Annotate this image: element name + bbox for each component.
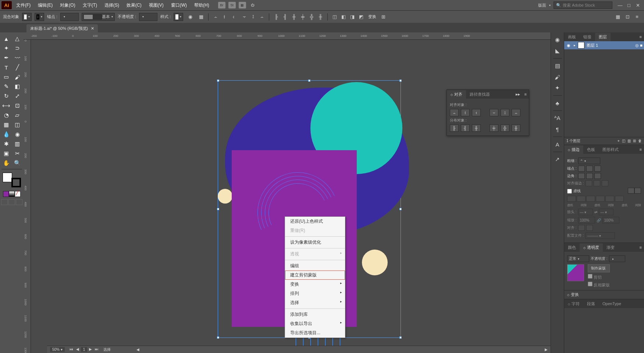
cm-group[interactable]: 编组 [285,261,345,271]
menu-help[interactable]: 帮助(H) [191,1,212,10]
mesh-tool[interactable]: ▦ [1,120,12,130]
locate-layer-icon[interactable]: ⌖ [618,139,620,143]
search-stock-input[interactable]: 🔍 搜索 Adobe Stock [554,1,612,9]
selection-tool[interactable]: ▲ [1,34,12,43]
delete-layer-icon[interactable]: 🗑 [638,139,642,143]
cm-add-to-library[interactable]: 添加到库 [285,310,345,319]
type-icon[interactable]: A [552,139,563,149]
cap-round-icon[interactable] [586,166,593,172]
none-swatch-icon[interactable]: ╱ [15,191,21,197]
pf-1-icon[interactable]: ◫ [331,13,339,21]
cm-make-clipping-mask[interactable]: 建立剪切蒙版 [285,271,345,280]
layer-name[interactable]: 图层 1 [587,43,598,48]
graph-tool[interactable]: ▥ [12,139,23,149]
dist-right-btn[interactable]: ╫ [512,124,520,132]
canvas[interactable]: 还原(U)上色样式 重做(R) 设为像素级优化 透视▸ 编组 建立剪切蒙版 变换… [31,40,551,346]
artboard-number[interactable]: 1 [81,347,88,352]
stock-icon[interactable]: St [228,2,236,8]
links-tab[interactable]: 链接 [580,33,595,41]
menu-effect[interactable]: 效果(C) [124,1,145,10]
character-tab[interactable]: ◇字符 [564,300,583,308]
artboards-tab[interactable]: 画板 [564,33,580,41]
dist-5-icon[interactable]: ╬ [307,13,316,21]
menu-view[interactable]: 视图(V) [146,1,167,10]
dash-align-1-icon[interactable] [628,188,634,194]
snap-pixel-icon[interactable]: ▦ [614,13,622,21]
menu-select[interactable]: 选择(S) [102,1,122,10]
layer-row[interactable]: ◉ ▸ 图层 1 ◎ ■ [564,41,644,49]
nav-last-icon[interactable]: ⏭ [94,347,100,352]
ctrl-menu-icon[interactable]: ≡ [633,13,641,21]
dist-2-icon[interactable]: ╢ [281,13,289,21]
transparency-thumbnail[interactable] [567,264,584,281]
align-hcenter-icon[interactable]: ⫲ [220,13,228,21]
snap-point-icon[interactable]: ⊡ [623,13,631,21]
transform-icon[interactable]: ⊞ [379,13,387,21]
pf-2-icon[interactable]: ◧ [339,13,348,21]
menu-object[interactable]: 对象(O) [57,1,78,10]
nav-prev-icon[interactable]: ◀ [75,347,80,352]
nav-next-icon[interactable]: ▶ [88,347,93,352]
corner-miter-icon[interactable] [578,173,585,179]
layer-visibility-icon[interactable]: ◉ [566,42,572,48]
align-vcenter-icon[interactable]: ⫱ [249,13,257,21]
paragraph-tab[interactable]: 段落 [583,300,599,308]
cm-export-selection[interactable]: 导出所选项目... [285,328,345,338]
menu-type[interactable]: 文字(T) [80,1,100,10]
make-clip-icon[interactable]: ◫ [622,139,625,143]
style-dropdown[interactable]: ▾ [174,13,183,21]
paragraph-icon[interactable]: ¶ [552,124,563,134]
fill-dropdown[interactable]: ▾ [22,13,32,21]
bridge-icon[interactable]: Br [218,2,225,8]
shaper-tool[interactable]: ✎ [1,82,12,91]
draw-inside-icon[interactable] [16,199,22,205]
scroll-right-icon[interactable]: ▶ [545,347,548,352]
corner-bevel-icon[interactable] [594,173,601,179]
eyedropper-tool[interactable]: 💧 [1,130,12,139]
pathfinder-tab[interactable]: 路径查找器 [466,90,494,99]
color-swatch-icon[interactable] [3,191,9,197]
rectangle-tool[interactable]: ▭ [1,72,12,82]
artboard-tool[interactable]: ▣ [1,149,12,158]
swatches-icon[interactable]: ▤ [552,61,563,71]
dist-vcenter-btn[interactable]: ╢ [461,124,470,132]
blend-tool[interactable]: ◉ [12,130,23,139]
dist-1-icon[interactable]: ╟ [272,13,280,21]
slice-tool[interactable]: ✂ [12,149,23,158]
type-tool[interactable]: T [1,63,12,72]
gradient-tab[interactable]: 渐变 [603,243,618,252]
align-vcenter-btn[interactable]: ⫱ [501,109,509,116]
swatches-tab[interactable]: 色板 [583,145,599,154]
width-tool[interactable]: ⟷ [1,101,12,110]
close-button[interactable]: ✕ [635,3,640,8]
align-left-icon[interactable]: ⫠ [211,13,220,21]
transparency-panel-menu-icon[interactable]: ≡ [637,245,644,250]
scroll-left-icon[interactable]: ◀ [136,347,139,352]
workspace-label[interactable]: 版面 [538,3,546,8]
stroke-panel-menu-icon[interactable]: ≡ [637,147,644,152]
align-left-btn[interactable]: ⫠ [450,109,459,116]
cap-projecting-icon[interactable] [594,166,601,172]
cm-arrange[interactable]: 排列▸ [285,289,345,298]
line-tool[interactable]: ╱ [12,63,23,72]
artwork-cream-circle-right[interactable] [362,250,388,275]
align-bottom-btn[interactable]: ⫠ [512,109,520,116]
stroke-swatch[interactable] [11,178,21,187]
align-panel-collapse-icon[interactable]: ▸▸ [513,92,522,97]
align-top-icon[interactable]: ⫟ [240,13,248,21]
stroke-profile-dropdown[interactable]: 基本▾ [82,13,115,21]
cm-collect-export[interactable]: 收集以导出▸ [285,319,345,328]
maximize-button[interactable]: □ [626,3,631,8]
stroke-weight-input[interactable]: ⌃ ▾ [578,158,600,164]
stroke-dropdown[interactable]: ▾ [35,13,44,21]
recolor-icon[interactable]: ◉ [186,13,194,21]
symbol-sprayer-tool[interactable]: ✱ [1,139,12,149]
pf-3-icon[interactable]: ◨ [348,13,356,21]
magic-wand-tool[interactable]: ✦ [1,43,12,53]
opentype-tab[interactable]: OpenType [599,300,625,307]
artwork-cream-circle-small[interactable] [218,189,232,204]
corner-round-icon[interactable] [586,173,593,179]
gpu-icon[interactable]: ⏻ [249,2,256,8]
zoom-tool[interactable]: 🔍 [12,158,23,168]
graphic-styles-tab[interactable]: 图形样式 [599,145,622,154]
